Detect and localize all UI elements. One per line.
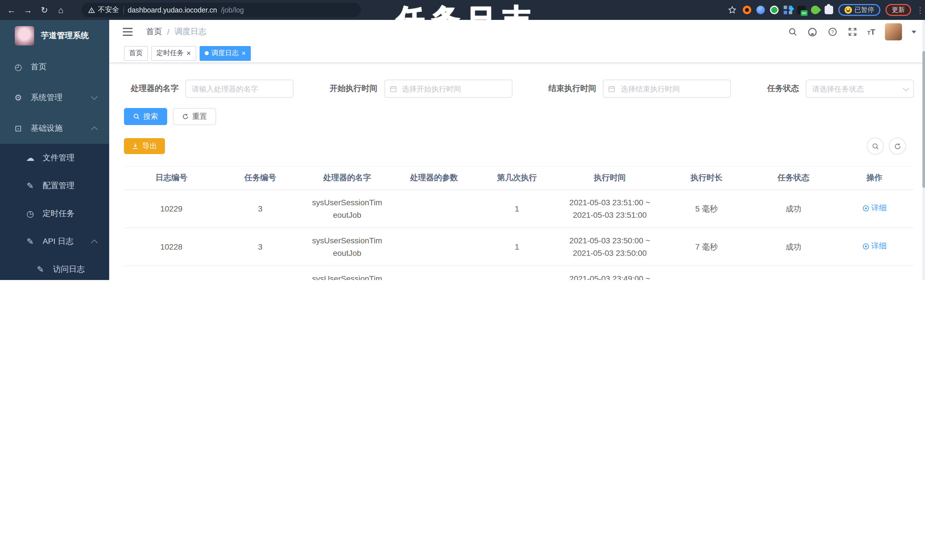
cell-handler-name: sysUserSessionTimeoutJob: [302, 266, 392, 280]
refresh-icon: [894, 142, 901, 150]
close-icon[interactable]: ×: [241, 50, 246, 57]
eye-icon: [862, 205, 869, 212]
sidebar: 芋道管理系统 ◴ 首页 ⚙ 系统管理 ⊡ 基础设施 ☁: [0, 20, 109, 280]
cell-execute-index: 1: [475, 190, 559, 228]
extension-switch-icon[interactable]: on: [797, 6, 806, 14]
security-warning[interactable]: 不安全: [88, 5, 119, 15]
sidebar-item[interactable]: ⊡ 基础设施: [0, 113, 109, 144]
help-icon[interactable]: ?: [827, 27, 838, 37]
hamburger-icon[interactable]: [123, 28, 133, 36]
calendar-icon: [608, 85, 616, 92]
sidebar-item[interactable]: ⚙ 系统管理: [0, 83, 109, 113]
cloud-upload-icon: ☁: [25, 153, 35, 163]
font-size-icon[interactable]: TT: [867, 27, 875, 36]
back-icon[interactable]: ←: [5, 5, 18, 15]
cell-execute-index: 1: [475, 266, 559, 280]
app-logo-row[interactable]: 芋道管理系统: [0, 20, 109, 52]
timer-icon: ◷: [25, 208, 35, 218]
sidebar-menu-top: ◴ 首页 ⚙ 系统管理 ⊡ 基础设施: [0, 52, 109, 144]
breadcrumb-home[interactable]: 首页: [146, 27, 162, 37]
detail-link[interactable]: 详细: [862, 278, 887, 280]
cell-job-id: 3: [218, 190, 302, 228]
tab-timed-task[interactable]: 定时任务×: [151, 46, 196, 60]
handler-name-label: 处理器的名字: [131, 84, 179, 94]
extension-blue-icon[interactable]: [756, 6, 765, 14]
dashboard-icon: ◴: [13, 62, 23, 72]
extension-adblock-icon[interactable]: [743, 6, 751, 14]
cell-log-id: 10227: [124, 266, 218, 280]
reset-button[interactable]: 重置: [173, 108, 216, 125]
sidebar-submenu: ☁ 文件管理 ✎ 配置管理 ◷ 定时任务 ✎ API 日志 ✎: [0, 144, 109, 280]
fullscreen-icon[interactable]: [847, 27, 857, 37]
breadcrumb-separator: /: [167, 27, 169, 36]
detail-link[interactable]: 详细: [862, 202, 887, 215]
cell-handler-name: sysUserSessionTimeoutJob: [302, 228, 392, 266]
cell-execute-index: 1: [475, 228, 559, 266]
app-logo: [15, 26, 34, 45]
bookmark-star-icon[interactable]: [727, 5, 737, 15]
end-time-input[interactable]: [603, 80, 731, 98]
export-button[interactable]: 导出: [124, 138, 165, 154]
extensions-puzzle-icon[interactable]: [824, 6, 833, 14]
screen: ← → ↻ ⌂ 不安全 dashboard.yudao.iocoder.cn/j…: [0, 0, 925, 280]
chevron-icon: [91, 126, 98, 133]
toggle-search-button[interactable]: [867, 138, 884, 155]
col-actions: 操作: [835, 166, 914, 190]
home-icon[interactable]: ⌂: [54, 5, 68, 15]
search-icon[interactable]: [788, 27, 798, 37]
avatar-caret-icon[interactable]: [911, 30, 916, 33]
tab-home[interactable]: 首页: [124, 46, 148, 60]
browser-menu-icon[interactable]: ⋮: [916, 5, 922, 15]
chevron-icon: [91, 93, 98, 100]
close-icon[interactable]: ×: [187, 50, 191, 57]
cell-handler-param: [393, 266, 476, 280]
sidebar-item[interactable]: ◴ 首页: [0, 52, 109, 83]
extension-grid-icon[interactable]: [783, 6, 792, 14]
sidebar-item[interactable]: ✎ API 日志: [0, 227, 109, 255]
paused-badge[interactable]: 已暂停: [838, 4, 880, 16]
detail-link[interactable]: 详细: [862, 240, 887, 253]
sidebar-item[interactable]: ☁ 文件管理: [0, 144, 109, 172]
address-bar[interactable]: 不安全 dashboard.yudao.iocoder.cn/job/log: [81, 3, 361, 17]
sidebar-item[interactable]: ✎ 配置管理: [0, 172, 109, 200]
start-time-input[interactable]: [384, 80, 512, 98]
header-bar: 首页 / 调度日志 ? TT: [109, 20, 925, 44]
edit-icon: ✎: [25, 181, 35, 191]
active-dot-icon: [205, 51, 208, 55]
col-handler-name: 处理器的名字: [302, 166, 392, 190]
cell-execute-time: 2021-05-03 23:51:00 ~2021-05-03 23:51:00: [559, 190, 661, 228]
breadcrumb-current: 调度日志: [175, 27, 206, 37]
task-status-label: 任务状态: [767, 84, 799, 94]
page-content: 处理器的名字 开始执行时间 结束执行时间: [109, 63, 925, 280]
task-status-select[interactable]: [806, 80, 914, 98]
forward-icon[interactable]: →: [21, 5, 35, 15]
window-scrollbar[interactable]: [922, 20, 925, 280]
cell-handler-name: sysUserSessionTimeoutJob: [302, 190, 392, 228]
extension-leaf-icon[interactable]: [809, 4, 821, 16]
reload-icon[interactable]: ↻: [38, 5, 51, 15]
browser-toolbar: ← → ↻ ⌂ 不安全 dashboard.yudao.iocoder.cn/j…: [0, 0, 925, 20]
col-execute-time: 执行时间: [559, 166, 661, 190]
search-button[interactable]: 搜索: [124, 108, 167, 125]
cell-log-id: 10229: [124, 190, 218, 228]
url-host: dashboard.yudao.iocoder.cn: [128, 6, 217, 14]
tab-schedule-log[interactable]: 调度日志×: [199, 46, 251, 60]
github-icon[interactable]: [807, 27, 818, 37]
download-icon: [132, 143, 139, 149]
cell-duration: 7 毫秒: [661, 228, 752, 266]
cell-duration: 7 毫秒: [661, 266, 752, 280]
scrollbar-thumb[interactable]: [922, 51, 925, 188]
refresh-table-button[interactable]: [889, 138, 906, 155]
extension-green-icon[interactable]: [770, 6, 778, 14]
cell-handler-param: [393, 190, 476, 228]
handler-name-input[interactable]: [185, 80, 294, 98]
log-table: 日志编号 任务编号 处理器的名字 处理器的参数 第几次执行 执行时间 执行时长 …: [124, 166, 914, 280]
update-button[interactable]: 更新: [886, 4, 911, 16]
sidebar-item[interactable]: ✎ 访问日志: [0, 255, 109, 280]
refresh-icon: [182, 113, 189, 120]
main-area: 首页 / 调度日志 ? TT: [109, 20, 925, 280]
col-duration: 执行时长: [661, 166, 752, 190]
sidebar-item[interactable]: ◷ 定时任务: [0, 200, 109, 227]
avatar[interactable]: [885, 23, 902, 41]
calendar-icon: [389, 85, 397, 92]
